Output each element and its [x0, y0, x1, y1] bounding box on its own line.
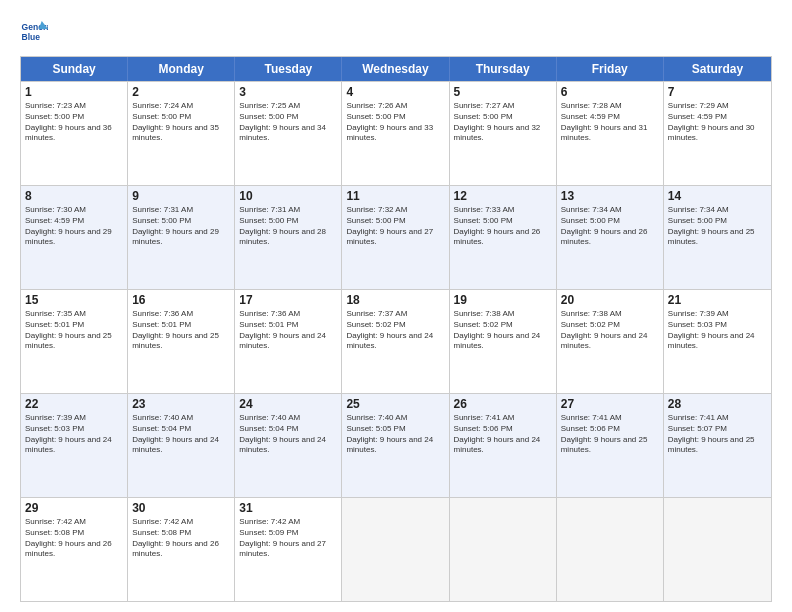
- day-cell-19: 19Sunrise: 7:38 AM Sunset: 5:02 PM Dayli…: [450, 290, 557, 393]
- day-cell-23: 23Sunrise: 7:40 AM Sunset: 5:04 PM Dayli…: [128, 394, 235, 497]
- header-day-tuesday: Tuesday: [235, 57, 342, 81]
- day-cell-13: 13Sunrise: 7:34 AM Sunset: 5:00 PM Dayli…: [557, 186, 664, 289]
- day-info: Sunrise: 7:34 AM Sunset: 5:00 PM Dayligh…: [668, 205, 767, 248]
- header-day-sunday: Sunday: [21, 57, 128, 81]
- day-cell-3: 3Sunrise: 7:25 AM Sunset: 5:00 PM Daylig…: [235, 82, 342, 185]
- day-number: 29: [25, 501, 123, 515]
- day-number: 21: [668, 293, 767, 307]
- day-info: Sunrise: 7:35 AM Sunset: 5:01 PM Dayligh…: [25, 309, 123, 352]
- calendar-row-1: 1Sunrise: 7:23 AM Sunset: 5:00 PM Daylig…: [21, 81, 771, 185]
- header-day-wednesday: Wednesday: [342, 57, 449, 81]
- day-cell-1: 1Sunrise: 7:23 AM Sunset: 5:00 PM Daylig…: [21, 82, 128, 185]
- day-info: Sunrise: 7:42 AM Sunset: 5:09 PM Dayligh…: [239, 517, 337, 560]
- day-info: Sunrise: 7:40 AM Sunset: 5:05 PM Dayligh…: [346, 413, 444, 456]
- day-info: Sunrise: 7:30 AM Sunset: 4:59 PM Dayligh…: [25, 205, 123, 248]
- day-number: 8: [25, 189, 123, 203]
- day-number: 16: [132, 293, 230, 307]
- header-day-thursday: Thursday: [450, 57, 557, 81]
- day-info: Sunrise: 7:37 AM Sunset: 5:02 PM Dayligh…: [346, 309, 444, 352]
- day-info: Sunrise: 7:36 AM Sunset: 5:01 PM Dayligh…: [239, 309, 337, 352]
- calendar-row-4: 22Sunrise: 7:39 AM Sunset: 5:03 PM Dayli…: [21, 393, 771, 497]
- empty-cell: [342, 498, 449, 601]
- empty-cell: [664, 498, 771, 601]
- day-cell-11: 11Sunrise: 7:32 AM Sunset: 5:00 PM Dayli…: [342, 186, 449, 289]
- header-day-friday: Friday: [557, 57, 664, 81]
- day-cell-25: 25Sunrise: 7:40 AM Sunset: 5:05 PM Dayli…: [342, 394, 449, 497]
- day-number: 3: [239, 85, 337, 99]
- day-cell-29: 29Sunrise: 7:42 AM Sunset: 5:08 PM Dayli…: [21, 498, 128, 601]
- day-number: 11: [346, 189, 444, 203]
- day-cell-26: 26Sunrise: 7:41 AM Sunset: 5:06 PM Dayli…: [450, 394, 557, 497]
- calendar-row-3: 15Sunrise: 7:35 AM Sunset: 5:01 PM Dayli…: [21, 289, 771, 393]
- day-number: 14: [668, 189, 767, 203]
- day-cell-7: 7Sunrise: 7:29 AM Sunset: 4:59 PM Daylig…: [664, 82, 771, 185]
- day-info: Sunrise: 7:41 AM Sunset: 5:06 PM Dayligh…: [561, 413, 659, 456]
- day-number: 26: [454, 397, 552, 411]
- day-cell-30: 30Sunrise: 7:42 AM Sunset: 5:08 PM Dayli…: [128, 498, 235, 601]
- day-cell-28: 28Sunrise: 7:41 AM Sunset: 5:07 PM Dayli…: [664, 394, 771, 497]
- empty-cell: [557, 498, 664, 601]
- day-number: 24: [239, 397, 337, 411]
- day-number: 1: [25, 85, 123, 99]
- day-number: 27: [561, 397, 659, 411]
- page: General Blue SundayMondayTuesdayWednesda…: [0, 0, 792, 612]
- day-number: 7: [668, 85, 767, 99]
- calendar-row-2: 8Sunrise: 7:30 AM Sunset: 4:59 PM Daylig…: [21, 185, 771, 289]
- day-cell-12: 12Sunrise: 7:33 AM Sunset: 5:00 PM Dayli…: [450, 186, 557, 289]
- day-info: Sunrise: 7:41 AM Sunset: 5:06 PM Dayligh…: [454, 413, 552, 456]
- calendar-row-5: 29Sunrise: 7:42 AM Sunset: 5:08 PM Dayli…: [21, 497, 771, 601]
- day-number: 12: [454, 189, 552, 203]
- day-cell-31: 31Sunrise: 7:42 AM Sunset: 5:09 PM Dayli…: [235, 498, 342, 601]
- day-info: Sunrise: 7:33 AM Sunset: 5:00 PM Dayligh…: [454, 205, 552, 248]
- day-cell-16: 16Sunrise: 7:36 AM Sunset: 5:01 PM Dayli…: [128, 290, 235, 393]
- day-number: 20: [561, 293, 659, 307]
- day-number: 22: [25, 397, 123, 411]
- day-info: Sunrise: 7:41 AM Sunset: 5:07 PM Dayligh…: [668, 413, 767, 456]
- logo-icon: General Blue: [20, 18, 48, 46]
- day-cell-22: 22Sunrise: 7:39 AM Sunset: 5:03 PM Dayli…: [21, 394, 128, 497]
- day-cell-18: 18Sunrise: 7:37 AM Sunset: 5:02 PM Dayli…: [342, 290, 449, 393]
- day-cell-17: 17Sunrise: 7:36 AM Sunset: 5:01 PM Dayli…: [235, 290, 342, 393]
- day-number: 23: [132, 397, 230, 411]
- day-cell-21: 21Sunrise: 7:39 AM Sunset: 5:03 PM Dayli…: [664, 290, 771, 393]
- day-cell-27: 27Sunrise: 7:41 AM Sunset: 5:06 PM Dayli…: [557, 394, 664, 497]
- day-info: Sunrise: 7:42 AM Sunset: 5:08 PM Dayligh…: [132, 517, 230, 560]
- day-info: Sunrise: 7:25 AM Sunset: 5:00 PM Dayligh…: [239, 101, 337, 144]
- calendar-header: SundayMondayTuesdayWednesdayThursdayFrid…: [21, 57, 771, 81]
- day-info: Sunrise: 7:39 AM Sunset: 5:03 PM Dayligh…: [668, 309, 767, 352]
- day-number: 25: [346, 397, 444, 411]
- day-number: 5: [454, 85, 552, 99]
- day-info: Sunrise: 7:29 AM Sunset: 4:59 PM Dayligh…: [668, 101, 767, 144]
- empty-cell: [450, 498, 557, 601]
- day-number: 28: [668, 397, 767, 411]
- logo: General Blue: [20, 18, 52, 46]
- svg-text:Blue: Blue: [22, 32, 41, 42]
- day-info: Sunrise: 7:27 AM Sunset: 5:00 PM Dayligh…: [454, 101, 552, 144]
- day-info: Sunrise: 7:38 AM Sunset: 5:02 PM Dayligh…: [454, 309, 552, 352]
- day-cell-20: 20Sunrise: 7:38 AM Sunset: 5:02 PM Dayli…: [557, 290, 664, 393]
- day-info: Sunrise: 7:40 AM Sunset: 5:04 PM Dayligh…: [132, 413, 230, 456]
- day-cell-2: 2Sunrise: 7:24 AM Sunset: 5:00 PM Daylig…: [128, 82, 235, 185]
- day-number: 30: [132, 501, 230, 515]
- day-number: 15: [25, 293, 123, 307]
- day-number: 18: [346, 293, 444, 307]
- day-number: 9: [132, 189, 230, 203]
- header-day-saturday: Saturday: [664, 57, 771, 81]
- day-number: 31: [239, 501, 337, 515]
- day-cell-24: 24Sunrise: 7:40 AM Sunset: 5:04 PM Dayli…: [235, 394, 342, 497]
- day-number: 4: [346, 85, 444, 99]
- day-number: 19: [454, 293, 552, 307]
- day-info: Sunrise: 7:26 AM Sunset: 5:00 PM Dayligh…: [346, 101, 444, 144]
- day-info: Sunrise: 7:38 AM Sunset: 5:02 PM Dayligh…: [561, 309, 659, 352]
- day-cell-9: 9Sunrise: 7:31 AM Sunset: 5:00 PM Daylig…: [128, 186, 235, 289]
- day-info: Sunrise: 7:39 AM Sunset: 5:03 PM Dayligh…: [25, 413, 123, 456]
- day-info: Sunrise: 7:23 AM Sunset: 5:00 PM Dayligh…: [25, 101, 123, 144]
- day-cell-4: 4Sunrise: 7:26 AM Sunset: 5:00 PM Daylig…: [342, 82, 449, 185]
- header: General Blue: [20, 18, 772, 46]
- calendar-body: 1Sunrise: 7:23 AM Sunset: 5:00 PM Daylig…: [21, 81, 771, 601]
- day-info: Sunrise: 7:42 AM Sunset: 5:08 PM Dayligh…: [25, 517, 123, 560]
- day-number: 17: [239, 293, 337, 307]
- day-cell-8: 8Sunrise: 7:30 AM Sunset: 4:59 PM Daylig…: [21, 186, 128, 289]
- day-info: Sunrise: 7:34 AM Sunset: 5:00 PM Dayligh…: [561, 205, 659, 248]
- day-info: Sunrise: 7:24 AM Sunset: 5:00 PM Dayligh…: [132, 101, 230, 144]
